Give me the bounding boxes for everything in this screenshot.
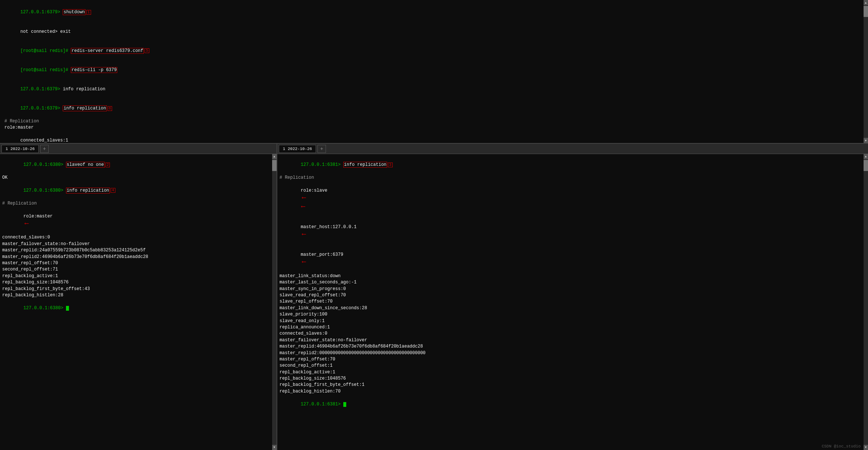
bottom-left-pane: 1 2022-10-26 + ▲ ▼ 127.0.0.1:6380> slave… [0,144,277,450]
line-info-repl-2: 127.0.0.1:6379> info replication6 [4,99,860,118]
line-slaveof: 127.0.0.1:6380> slaveof no one2 [2,156,271,175]
line-repl-section: # Replication [4,118,860,125]
annotation-3: 3 [388,163,393,167]
line-shutdown: 127.0.0.1:6379> shutdown1 [4,3,860,22]
bottom-section: 1 2022-10-26 + ▲ ▼ 127.0.0.1:6380> slave… [0,144,868,450]
tab-bottom-right-1[interactable]: 1 2022-10-26 [279,145,316,153]
bottom-right-pane: 1 2022-10-26 + ▲ ▼ 127.0.0.1:6381> info … [277,144,868,450]
annotation-4: 4 [111,188,115,193]
tab-plus-br[interactable]: + [317,145,326,153]
top-terminal-pane: ▲ ▼ 127.0.0.1:6379> shutdown1 not connec… [0,0,868,144]
tab-label-br: 1 2022-10-26 [283,147,312,151]
line-info-repl-1: 127.0.0.1:6379> info replication [4,80,860,99]
prompt-1: 127.0.0.1:6379> [20,10,63,15]
line-redis-cli: [root@sail redis]# redis-cli -p 6379 [4,61,860,80]
line-connected-slaves: connected_slaves:1 ⟵ ⟵ [4,131,860,144]
bottom-left-tabbar: 1 2022-10-26 + [0,144,277,154]
cursor-line-br: 127.0.0.1:6381> [280,395,858,414]
bottom-right-tabbar: 1 2022-10-26 + [277,144,868,154]
bottom-right-terminal: ▲ ▼ 127.0.0.1:6381> info replication3 # … [277,154,868,450]
tab-label-bl: 1 2022-10-26 [6,147,35,151]
annotation-6: 6 [108,106,112,111]
line-info-repl-bl: 127.0.0.1:6380> info replication4 [2,181,271,200]
watermark: CSDN @ioc_studio [822,444,861,449]
top-terminal-content: 127.0.0.1:6379> shutdown1 not connected>… [2,1,866,144]
annotation-2: 2 [105,163,110,167]
cursor-line-bl: 127.0.0.1:6380> [2,299,271,318]
annotation-5: 5 [145,48,149,53]
bottom-left-terminal: ▲ ▼ 127.0.0.1:6380> slaveof no one2 OK 1… [0,154,277,450]
line-redis-server: [root@sail redis]# redis-server redis637… [4,41,860,60]
tab-plus-bl[interactable]: + [40,145,48,153]
annotation-1: 1 [86,10,91,15]
line-not-connected: not connected> exit [4,22,860,41]
cursor-br [343,402,346,407]
line-info-repl-br: 127.0.0.1:6381> info replication3 [280,156,858,175]
cursor-bl [66,306,69,311]
line-role-master: role:master [4,125,860,131]
cmd-shutdown: shutdown [63,9,86,15]
tab-bottom-left-1[interactable]: 1 2022-10-26 [1,145,39,153]
